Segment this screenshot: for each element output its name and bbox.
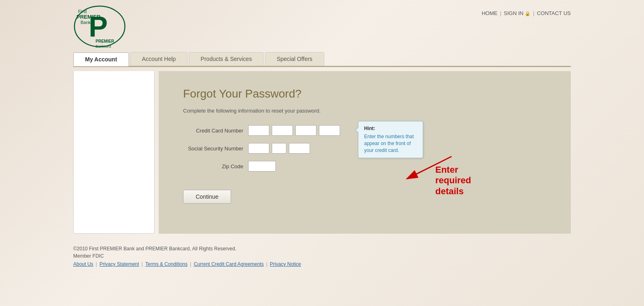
footer-privacy-notice[interactable]: Privacy Notice — [270, 261, 301, 267]
footer-about-us[interactable]: About Us — [73, 261, 93, 267]
tab-navigation: My Account Account Help Products & Servi… — [0, 52, 644, 67]
ssn-input-3[interactable] — [289, 143, 310, 154]
home-link[interactable]: HOME — [482, 10, 498, 16]
ssn-label: Social Security Number — [183, 145, 248, 152]
footer-copyright: ©2010 First PREMIER Bank and PREMIER Ban… — [73, 246, 571, 252]
header: P First PREMIER Bank PREMIER Bankcard HO… — [0, 0, 644, 49]
ssn-input-1[interactable] — [248, 143, 269, 154]
arrow-annotation: Enter requireddetails — [395, 152, 456, 187]
nav-separator-2: | — [533, 10, 534, 16]
lock-icon: 🔒 — [525, 11, 530, 16]
tab-special-offers[interactable]: Special Offers — [265, 52, 324, 66]
zip-row: Zip Code — [183, 161, 546, 171]
sidebar-panel — [73, 71, 155, 234]
continue-button[interactable]: Continue — [183, 190, 231, 204]
tab-bar: My Account Account Help Products & Servi… — [73, 52, 571, 67]
footer-credit-card-agreements[interactable]: Current Credit Card Agreements — [194, 261, 264, 267]
footer-privacy-statement[interactable]: Privacy Statement — [99, 261, 139, 267]
hint-title: Hint: — [364, 126, 417, 131]
main-content: Forgot Your Password? Complete the follo… — [0, 67, 644, 234]
cc-input-3[interactable] — [295, 125, 317, 136]
svg-text:PREMIER: PREMIER — [96, 39, 114, 43]
cc-input-4[interactable] — [319, 125, 340, 136]
annotation-text: Enter requireddetails — [435, 165, 471, 197]
svg-text:First: First — [78, 9, 87, 14]
footer-fdic: Member FDIC — [73, 253, 571, 259]
tab-products-services[interactable]: Products & Services — [189, 52, 264, 66]
zip-label: Zip Code — [183, 163, 248, 169]
ssn-row: Social Security Number — [183, 143, 546, 154]
form-actions: Continue — [183, 184, 546, 204]
content-panel: Forgot Your Password? Complete the follo… — [159, 71, 571, 234]
svg-text:Bank: Bank — [81, 20, 91, 25]
tab-my-account[interactable]: My Account — [73, 52, 129, 66]
footer-terms[interactable]: Terms & Conditions — [145, 261, 188, 267]
svg-text:PREMIER: PREMIER — [76, 14, 101, 20]
footer: ©2010 First PREMIER Bank and PREMIER Ban… — [0, 238, 644, 275]
credit-card-inputs — [248, 125, 340, 136]
form-description: Complete the following information to re… — [183, 108, 546, 114]
ssn-inputs — [248, 143, 310, 154]
ssn-input-2[interactable] — [272, 143, 286, 154]
credit-card-label: Credit Card Number — [183, 128, 248, 134]
tab-account-help[interactable]: Account Help — [130, 52, 188, 66]
nav-separator-1: | — [500, 10, 501, 16]
svg-text:Bankcard: Bankcard — [96, 44, 111, 48]
cc-input-1[interactable] — [248, 125, 269, 136]
cc-input-2[interactable] — [272, 125, 293, 136]
zip-input[interactable] — [248, 161, 276, 171]
top-nav: HOME | SIGN IN 🔒 | CONTACT US — [482, 4, 571, 16]
contact-us-link[interactable]: CONTACT US — [537, 10, 571, 16]
sign-in-link[interactable]: SIGN IN 🔒 — [504, 10, 530, 16]
credit-card-row: Credit Card Number Hint: Enter the numbe… — [183, 125, 546, 136]
footer-links: About Us | Privacy Statement | Terms & C… — [73, 261, 571, 267]
logo: P First PREMIER Bank PREMIER Bankcard — [73, 4, 126, 49]
page-title: Forgot Your Password? — [183, 87, 546, 100]
